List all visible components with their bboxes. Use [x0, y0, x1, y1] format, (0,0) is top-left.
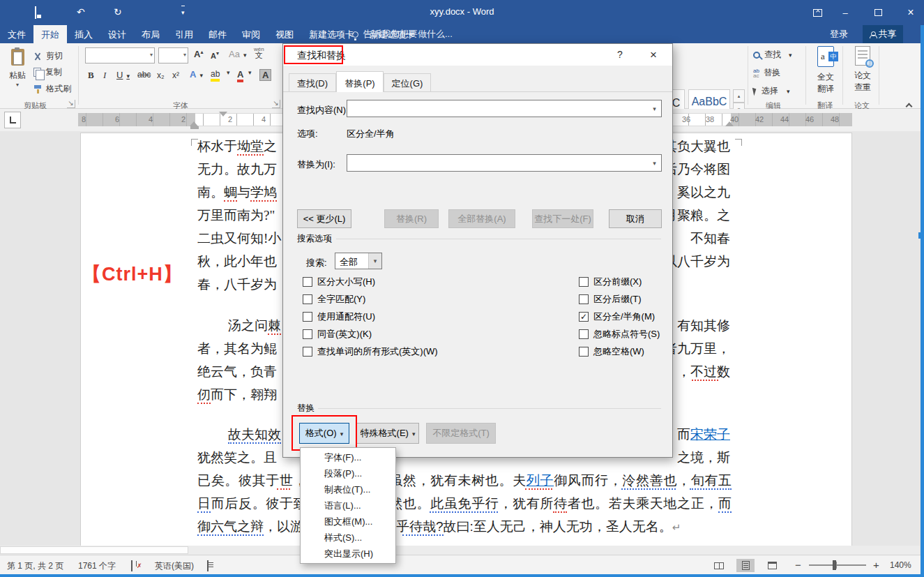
font-launcher-icon[interactable]: ↘ [272, 100, 280, 108]
dialog-tab-goto[interactable]: 定位(G) [384, 73, 431, 92]
menu-item-frame[interactable]: 图文框(M)... [301, 514, 395, 530]
tab-insert[interactable]: 插入 [67, 25, 100, 43]
checkbox-match-case[interactable]: 区分大小写(H) [303, 276, 375, 287]
help-icon[interactable]: ? [608, 44, 632, 66]
hanging-indent-marker[interactable] [190, 121, 198, 126]
superscript-button[interactable]: x² [172, 70, 179, 80]
bold-button[interactable]: B [88, 70, 94, 81]
dialog-close-icon[interactable]: × [642, 44, 665, 66]
tab-review[interactable]: 审阅 [234, 25, 268, 43]
dialog-tab-find[interactable]: 查找(D) [289, 73, 336, 92]
zoom-out-button[interactable]: − [795, 559, 801, 571]
cancel-button[interactable]: 取消 [609, 209, 662, 228]
italic-button[interactable]: I [103, 70, 106, 81]
menu-item-highlight[interactable]: 突出显示(H) [301, 546, 395, 562]
no-formatting-button[interactable]: 不限定格式(T) [426, 423, 496, 444]
checkbox-sounds-like[interactable]: 同音(英文)(K) [303, 328, 372, 340]
search-direction-combo[interactable]: 全部 ▾ [335, 253, 382, 269]
tab-view[interactable]: 视图 [268, 25, 301, 43]
close-window-button[interactable]: × [897, 0, 924, 25]
proofing-icon[interactable]: ✗ [131, 561, 132, 571]
checkbox-whole-word[interactable]: 全字匹配(Y) [303, 293, 365, 305]
checkbox-word-forms[interactable]: 查找单词的所有形式(英文)(W) [303, 345, 438, 357]
less-button[interactable]: << 更少(L) [297, 209, 351, 228]
dialog-title-bar[interactable]: 查找和替换 ? × [283, 44, 672, 66]
replace-button[interactable]: abac 替换 [753, 67, 780, 79]
paper-check-button[interactable]: 论文 查重 [848, 46, 877, 93]
format-painter-button[interactable]: 格式刷 [33, 83, 71, 95]
zoom-slider-track[interactable] [809, 564, 866, 566]
zoom-in-button[interactable]: + [873, 559, 879, 571]
replace-with-combo[interactable]: ▾ [347, 154, 662, 172]
tab-home[interactable]: 开始 [33, 25, 67, 43]
cut-button[interactable]: 剪切 [33, 50, 63, 62]
minimize-button[interactable]: – [831, 0, 859, 25]
language-indicator[interactable]: 英语(美国) [155, 560, 194, 572]
maximize-button[interactable] [864, 0, 892, 25]
menu-item-font[interactable]: 字体(F)... [301, 449, 395, 465]
font-color-dropdown-icon[interactable]: ▾ [248, 69, 252, 76]
chevron-down-icon[interactable]: ▾ [648, 155, 661, 171]
tell-me-box[interactable]: 告诉我您想要做什么... [352, 25, 453, 43]
tab-design[interactable]: 设计 [100, 25, 134, 43]
replace-one-button[interactable]: 替换(R) [384, 209, 439, 228]
ribbon-display-options-button[interactable] [803, 0, 831, 25]
checkbox-match-prefix[interactable]: 区分前缀(X) [579, 276, 642, 287]
macro-icon[interactable] [207, 561, 209, 571]
menu-item-style[interactable]: 样式(S)... [301, 530, 395, 546]
tab-mailings[interactable]: 邮件 [201, 25, 234, 43]
tab-layout[interactable]: 布局 [134, 25, 167, 43]
dialog-tab-replace[interactable]: 替换(P) [336, 71, 384, 92]
font-name-combo[interactable]: ▾ [85, 47, 155, 63]
tab-references[interactable]: 引用 [167, 25, 201, 43]
checkbox-ignore-punctuation[interactable]: 忽略标点符号(S) [579, 328, 660, 340]
tab-file[interactable]: 文件 [0, 25, 33, 43]
sign-in-button[interactable]: 登录 [830, 25, 848, 43]
phonetic-guide-button[interactable]: wén 文 [254, 46, 264, 59]
text-effects-button[interactable]: A▾ [190, 69, 203, 80]
chevron-down-icon[interactable]: ▾ [648, 100, 661, 117]
web-layout-button[interactable] [763, 559, 781, 572]
menu-item-tabs[interactable]: 制表位(T)... [301, 481, 395, 497]
select-button[interactable]: 选择 ▾ [753, 85, 790, 97]
right-indent-marker[interactable] [725, 121, 734, 126]
find-next-button[interactable]: 查找下一处(F) [532, 209, 593, 228]
highlight-color-button[interactable]: ab [211, 69, 220, 82]
paste-button[interactable]: 粘贴 ▾ [4, 47, 31, 98]
font-size-combo[interactable]: ▾ [158, 47, 188, 63]
replace-all-button[interactable]: 全部替换(A) [448, 209, 515, 228]
zoom-slider-thumb[interactable] [833, 560, 836, 570]
highlight-dropdown-icon[interactable]: ▾ [227, 69, 230, 76]
checkbox-ignore-whitespace[interactable]: 忽略空格(W) [579, 345, 644, 357]
checkbox-match-suffix[interactable]: 区分后缀(T) [579, 293, 642, 305]
character-shading-button[interactable]: A [259, 69, 271, 81]
tab-stop-selector[interactable] [4, 112, 21, 128]
print-layout-button[interactable] [736, 559, 755, 572]
word-count[interactable]: 1761 个字 [78, 560, 116, 572]
checkbox-full-half-width[interactable]: ✓区分全/半角(M) [579, 310, 655, 322]
grow-font-button[interactable]: A▴ [194, 49, 203, 59]
styles-scroll-up-icon[interactable]: ▴ [733, 89, 745, 103]
zoom-level[interactable]: 140% [890, 560, 911, 570]
change-case-button[interactable]: Aa▾ [229, 49, 246, 59]
chevron-down-icon[interactable]: ▾ [368, 253, 381, 269]
page-indicator[interactable]: 第 1 页, 共 2 页 [7, 560, 63, 572]
special-format-button[interactable]: 特殊格式(E)▾ [356, 423, 419, 444]
full-text-translate-button[interactable]: a中 全文 翻译 [811, 46, 840, 95]
horizontal-scrollbar[interactable] [0, 546, 920, 555]
underline-button[interactable]: U▾ [116, 70, 130, 80]
share-button[interactable]: 共享 [863, 25, 903, 43]
ruler-left-margin[interactable] [78, 113, 195, 126]
font-color-button[interactable]: A [237, 69, 243, 82]
clipboard-launcher-icon[interactable]: ↘ [67, 100, 75, 108]
read-mode-button[interactable] [710, 559, 728, 572]
strikethrough-button[interactable]: abc [137, 70, 151, 80]
shrink-font-button[interactable]: A▾ [211, 50, 219, 60]
find-what-combo[interactable]: ▾ [347, 100, 662, 117]
first-line-indent-marker[interactable] [219, 112, 227, 117]
find-button[interactable]: 查找 ▾ [753, 49, 792, 61]
horizontal-scrollbar-thumb[interactable] [0, 546, 188, 554]
checkbox-wildcards[interactable]: 使用通配符(U) [303, 310, 375, 322]
menu-item-paragraph[interactable]: 段落(P)... [301, 465, 395, 481]
left-indent-marker[interactable] [190, 126, 199, 129]
